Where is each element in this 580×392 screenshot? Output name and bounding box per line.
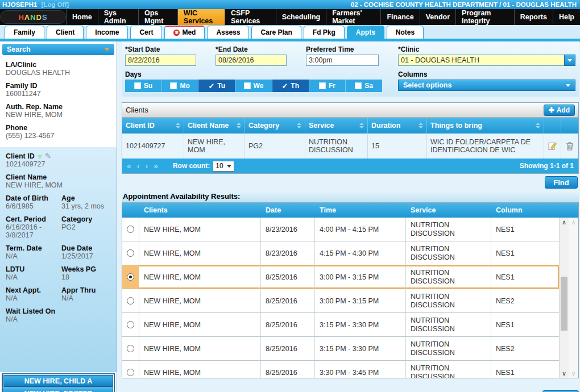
col-duration[interactable]: Duration [368, 118, 427, 134]
col-service[interactable]: Service [305, 118, 368, 134]
search-panel-header[interactable]: Search [2, 44, 114, 55]
col-category[interactable]: Category [245, 118, 305, 134]
find-button[interactable]: Find [545, 176, 578, 189]
day-checkbox-fr[interactable]: Fr [309, 80, 346, 92]
plus-icon: ✚ [549, 106, 554, 114]
result-row-1[interactable]: NEW HIRE, MOM 8/23/2016 4:00 PM - 4:15 P… [122, 218, 559, 241]
scroll-down-icon[interactable]: ∨ [562, 369, 566, 378]
edit-client-icon[interactable]: ✎ [45, 152, 51, 160]
edit-row-icon[interactable] [544, 134, 561, 159]
radio-unselected-icon[interactable] [127, 226, 134, 233]
scrollbar-thumb[interactable] [561, 277, 567, 331]
member-button-foster[interactable]: NEW HIRE, FOSTER [3, 387, 113, 392]
clinic-dropdown-arrow[interactable] [564, 55, 575, 66]
result-row-7[interactable]: NEW HIRE, MOM 8/25/2016 3:30 PM - 3:45 P… [122, 361, 559, 378]
col-client-id[interactable]: Client ID [122, 118, 184, 134]
nav-home[interactable]: Home [66, 9, 98, 25]
tab-client[interactable]: Client [47, 26, 84, 39]
day-checkbox-sa[interactable]: Sa [346, 80, 382, 92]
col-service[interactable]: Service [406, 203, 491, 218]
scroll-up-icon[interactable]: ∧ [571, 218, 575, 227]
clinic-title: 02 - COCHISE COUNTY HEALTH DEPARTMENT / … [351, 1, 577, 8]
tab-notes[interactable]: Notes [387, 26, 424, 39]
tab-care-plan[interactable]: Care Plan [251, 26, 301, 39]
preferred-time-input[interactable]: 3:00pm [306, 55, 379, 66]
tab-appts[interactable]: Appts [347, 26, 384, 39]
clinic-label: *Clinic [398, 45, 575, 53]
results-scrollbar[interactable]: ∧ ∨ [559, 218, 569, 378]
day-checkbox-we[interactable]: We [235, 80, 272, 92]
col-date[interactable]: Date [261, 203, 315, 218]
pagination-arrows[interactable]: «‹›» [127, 161, 164, 170]
result-row-3-selected[interactable]: NEW HIRE, MOM 8/25/2016 3:00 PM - 3:15 P… [122, 265, 559, 289]
col-clients[interactable]: Clients [139, 203, 261, 218]
page-scrollbar[interactable]: ∧ ∨ [569, 218, 578, 378]
results-table: Clients Date Time Service Column NEW HIR… [122, 202, 579, 378]
day-checkbox-mo[interactable]: Mo [162, 80, 199, 92]
tab-income[interactable]: Income [86, 26, 128, 39]
day-checkbox-th[interactable]: Th [272, 80, 309, 92]
radio-unselected-icon[interactable] [127, 369, 134, 376]
col-column[interactable]: Column [491, 203, 560, 218]
end-date-input[interactable]: 08/26/2016 [216, 55, 287, 66]
nav-farmers-market[interactable]: Farmers' Market [326, 9, 380, 25]
add-client-button[interactable]: ✚ Add [544, 105, 575, 116]
columns-label: Columns [398, 70, 575, 78]
cell-client-id: 1021409727 [122, 134, 184, 159]
radio-unselected-icon[interactable] [127, 297, 134, 305]
member-button-child-a[interactable]: NEW HIRE, CHILD A [3, 375, 113, 387]
results-table-header: Clients Date Time Service Column [122, 203, 578, 218]
result-row-5[interactable]: NEW HIRE, MOM 8/25/2016 3:15 PM - 3:30 P… [122, 313, 559, 337]
cell-duration: 15 [368, 134, 427, 159]
tab-strip: Family Client Income Cert ✱ Med Assess C… [0, 25, 580, 39]
tab-assess[interactable]: Assess [207, 26, 249, 39]
col-client-name[interactable]: Client Name [184, 118, 245, 134]
radio-selected-icon[interactable] [127, 273, 134, 281]
nav-vendor[interactable]: Vendor [420, 9, 455, 25]
col-edit [544, 118, 561, 134]
radio-unselected-icon[interactable] [127, 321, 134, 328]
nav-ops-mgmt[interactable]: Ops Mgmt [138, 9, 177, 25]
nav-wic-services[interactable]: WIC Services [177, 9, 225, 25]
nav-csfp-services[interactable]: CSFP Services [225, 9, 276, 25]
result-row-4[interactable]: NEW HIRE, MOM 8/25/2016 3:00 PM - 3:15 P… [122, 289, 559, 313]
day-checkbox-tu[interactable]: Tu [198, 80, 235, 92]
delete-row-icon[interactable] [561, 134, 578, 159]
clients-panel-title: Clients [126, 106, 148, 114]
nav-sys-admin[interactable]: Sys Admin [98, 9, 138, 25]
nav-finance[interactable]: Finance [380, 9, 419, 25]
scroll-up-icon[interactable]: ∧ [562, 218, 566, 227]
search-criteria-form: *Start Date 8/22/2016 *End Date 08/26/20… [122, 41, 579, 97]
client-row: 1021409727 NEW HIRE, MOM PG2 NUTRITION D… [122, 134, 578, 159]
result-row-6[interactable]: NEW HIRE, MOM 8/25/2016 3:15 PM - 3:30 P… [122, 337, 559, 361]
nav-scheduling[interactable]: Scheduling [276, 9, 326, 25]
radio-unselected-icon[interactable] [127, 249, 134, 257]
chevron-down-icon [567, 59, 572, 62]
clients-panel: Clients ✚ Add Client ID Client Name Cate… [122, 102, 579, 174]
radio-unselected-icon[interactable] [127, 345, 134, 352]
nav-reports[interactable]: Reports [514, 9, 553, 25]
nav-help[interactable]: Help [553, 9, 580, 25]
start-date-input[interactable]: 8/22/2016 [125, 55, 196, 66]
col-things-to-bring[interactable]: Things to bring [427, 118, 544, 134]
cell-client-name: NEW HIRE, MOM [184, 134, 245, 159]
columns-multiselect[interactable]: Select options [398, 80, 575, 91]
wait-listed-value: N/A [6, 315, 111, 323]
row-count-select[interactable]: 10 [213, 161, 234, 172]
auth-rep-value: NEW HIRE, MOM [6, 111, 111, 119]
result-row-2[interactable]: NEW HIRE, MOM 8/23/2016 4:15 PM - 4:30 P… [122, 241, 559, 265]
clinic-select[interactable]: 01 - DOUGLAS HEALTH [398, 55, 564, 66]
tab-cert[interactable]: Cert [130, 26, 162, 39]
chevron-down-icon [104, 48, 110, 51]
sort-icon [297, 123, 301, 128]
tab-fd-pkg[interactable]: Fd Pkg [304, 26, 345, 39]
scroll-down-icon[interactable]: ∨ [571, 369, 575, 378]
tab-med[interactable]: ✱ Med [164, 26, 205, 39]
col-time[interactable]: Time [315, 203, 406, 218]
client-id-label: Client ID [6, 152, 35, 160]
tab-family[interactable]: Family [5, 26, 44, 39]
log-off-link[interactable]: [Log Off] [42, 1, 69, 8]
clients-pagination: «‹›» Row count: 10 Showing 1-1 of 1 [122, 159, 578, 173]
nav-program-integrity[interactable]: Program Integrity [455, 9, 514, 25]
day-checkbox-su[interactable]: Su [125, 80, 162, 92]
